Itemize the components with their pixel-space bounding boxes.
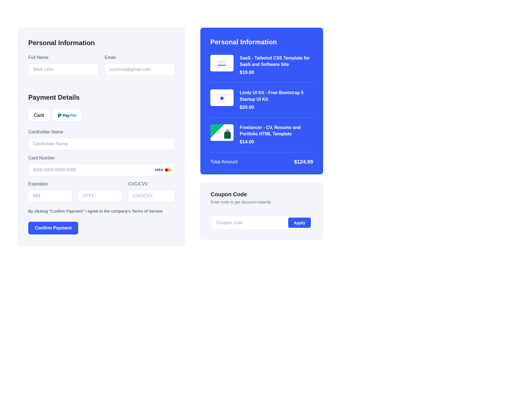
item-price: $14.00 bbox=[240, 139, 313, 145]
card-brand-icons: VISA bbox=[155, 168, 171, 172]
item-title: Lindy UI Kit - Free Bootstrap 5 Startup … bbox=[240, 89, 313, 102]
product-thumbnail bbox=[210, 124, 234, 141]
coupon-input[interactable] bbox=[216, 220, 288, 225]
cardnumber-label: Card Number bbox=[28, 156, 175, 161]
personal-info-title: Personal Information bbox=[28, 39, 175, 47]
order-summary-panel: Personal Information SaaS - Tailwind CSS… bbox=[200, 28, 323, 174]
mastercard-icon bbox=[165, 168, 171, 172]
checkout-form-panel: Personal Information Full Name Email Pay… bbox=[18, 28, 185, 246]
cardholder-label: Cardholder Name bbox=[28, 130, 175, 135]
pay-tab-paypal[interactable]: PayPal bbox=[53, 110, 81, 121]
item-title: SaaS - Tailwind CSS Template for SaaS an… bbox=[240, 55, 313, 68]
summary-item: Lindy UI Kit - Free Bootstrap 5 Startup … bbox=[210, 89, 313, 117]
product-thumbnail bbox=[210, 55, 234, 71]
cardholder-input[interactable] bbox=[28, 138, 175, 150]
item-title: Freelancer - CV, Resume and Portfolio HT… bbox=[240, 124, 313, 137]
confirm-payment-button[interactable]: Confirm Payment bbox=[28, 222, 78, 234]
cvc-input[interactable] bbox=[128, 190, 175, 202]
visa-icon: VISA bbox=[155, 168, 163, 172]
fullname-input[interactable] bbox=[28, 63, 99, 76]
terms-agree-text: By clicking "Confirm Payment" I agree to… bbox=[28, 209, 175, 213]
pay-tab-card[interactable]: Card bbox=[28, 110, 49, 121]
item-price: $19.00 bbox=[240, 70, 313, 75]
summary-title: Personal Information bbox=[210, 38, 313, 46]
expiration-year-input[interactable] bbox=[78, 190, 122, 202]
coupon-panel: Coupon Code Enter code to get discount i… bbox=[200, 183, 323, 239]
paypal-icon: PayPal bbox=[58, 113, 76, 118]
coupon-subtitle: Enter code to get discount instantly bbox=[211, 200, 313, 204]
total-label: Total Amount bbox=[210, 159, 237, 165]
expiration-label: Expiration bbox=[28, 182, 122, 187]
summary-item: Freelancer - CV, Resume and Portfolio HT… bbox=[210, 124, 313, 152]
email-label: Email bbox=[105, 55, 175, 60]
fullname-label: Full Name bbox=[28, 55, 99, 60]
cardnumber-input[interactable] bbox=[28, 164, 175, 176]
total-amount: $124.99 bbox=[294, 159, 313, 165]
email-input[interactable] bbox=[105, 63, 175, 76]
pay-tab-card-label: Card bbox=[34, 113, 44, 118]
cvc-label: CVC/CVV bbox=[128, 182, 175, 187]
coupon-title: Coupon Code bbox=[211, 191, 313, 198]
expiration-month-input[interactable] bbox=[28, 190, 73, 202]
payment-details-title: Payment Details bbox=[28, 94, 175, 101]
product-thumbnail bbox=[210, 89, 234, 106]
divider bbox=[28, 84, 175, 84]
item-price: $20.00 bbox=[240, 105, 313, 110]
summary-item: SaaS - Tailwind CSS Template for SaaS an… bbox=[210, 55, 313, 83]
apply-coupon-button[interactable]: Apply bbox=[288, 218, 311, 228]
divider bbox=[211, 209, 313, 210]
